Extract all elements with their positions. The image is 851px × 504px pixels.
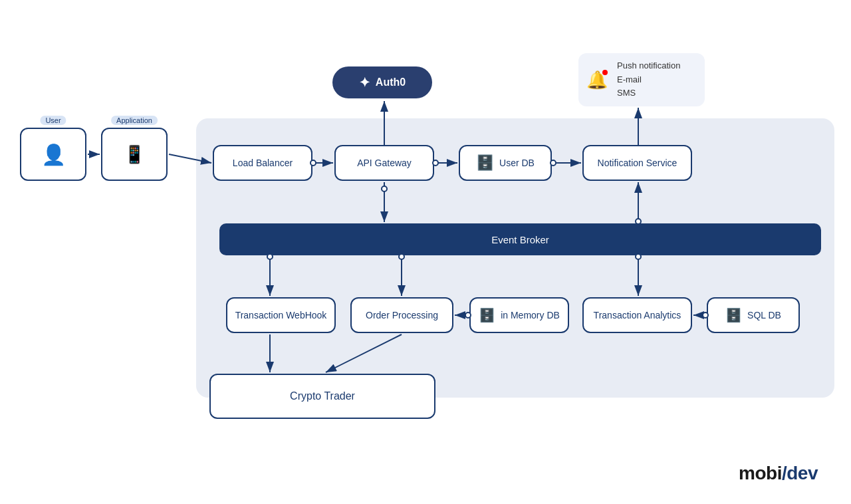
notification-info-box: 🔔 Push notification E-mail SMS	[578, 53, 705, 106]
auth0-label: Auth0	[376, 76, 406, 88]
sql-db-icon: 🗄️	[725, 307, 742, 323]
app-node: Application 📱	[101, 128, 168, 181]
inmemory-db-label: in Memory DB	[501, 310, 560, 320]
txn-webhook-node: Transaction WebHook	[226, 297, 336, 333]
notification-service-node: Notification Service	[582, 145, 692, 181]
sms-label: SMS	[617, 86, 680, 100]
crypto-trader-box: Crypto Trader	[209, 374, 435, 419]
notification-info-text: Push notification E-mail SMS	[617, 59, 680, 100]
bell-dot	[602, 70, 608, 75]
load-balancer-label: Load Balancer	[233, 158, 293, 168]
txn-analytics-label: Transaction Analytics	[594, 310, 681, 320]
bell-icon: 🔔	[586, 70, 608, 90]
txn-analytics-node: Transaction Analytics	[582, 297, 692, 333]
logo-dev: dev	[787, 463, 818, 483]
user-db-label: User DB	[499, 158, 535, 168]
mobidev-logo: mobi/dev	[739, 463, 818, 484]
crypto-trader-label: Crypto Trader	[290, 390, 355, 402]
user-node: User 👤	[20, 128, 86, 181]
auth0-star-icon: ✦	[359, 74, 370, 90]
sql-db-node: 🗄️ SQL DB	[707, 297, 800, 333]
api-gateway-node: API Gateway	[334, 145, 434, 181]
push-notif-label: Push notification	[617, 59, 680, 73]
user-label: User	[40, 116, 66, 125]
order-processing-node: Order Processing	[350, 297, 453, 333]
user-icon: 👤	[41, 143, 66, 166]
user-db-node: 🗄️ User DB	[459, 145, 552, 181]
notification-service-label: Notification Service	[598, 158, 677, 168]
sql-db-label: SQL DB	[747, 310, 781, 320]
event-broker-label: Event Broker	[491, 234, 549, 245]
phone-icon: 📱	[124, 144, 145, 165]
load-balancer-node: Load Balancer	[213, 145, 312, 181]
event-broker-node: Event Broker	[219, 223, 821, 255]
api-gateway-label: API Gateway	[357, 158, 412, 168]
user-db-icon: 🗄️	[476, 154, 494, 172]
email-label: E-mail	[617, 73, 680, 87]
auth0-box: ✦ Auth0	[332, 66, 432, 98]
order-processing-label: Order Processing	[366, 310, 438, 320]
app-label: Application	[111, 116, 158, 125]
txn-webhook-label: Transaction WebHook	[235, 310, 327, 320]
diagram: 🔔 Push notification E-mail SMS ✦ Auth0 U…	[0, 0, 851, 504]
inmemory-db-node: 🗄️ in Memory DB	[469, 297, 569, 333]
inmemory-db-icon: 🗄️	[479, 307, 495, 323]
